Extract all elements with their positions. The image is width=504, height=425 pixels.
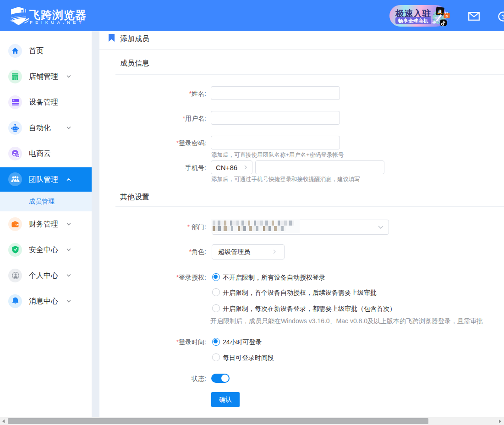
svg-text:S: S <box>445 14 448 18</box>
svg-text:?: ? <box>501 13 504 20</box>
